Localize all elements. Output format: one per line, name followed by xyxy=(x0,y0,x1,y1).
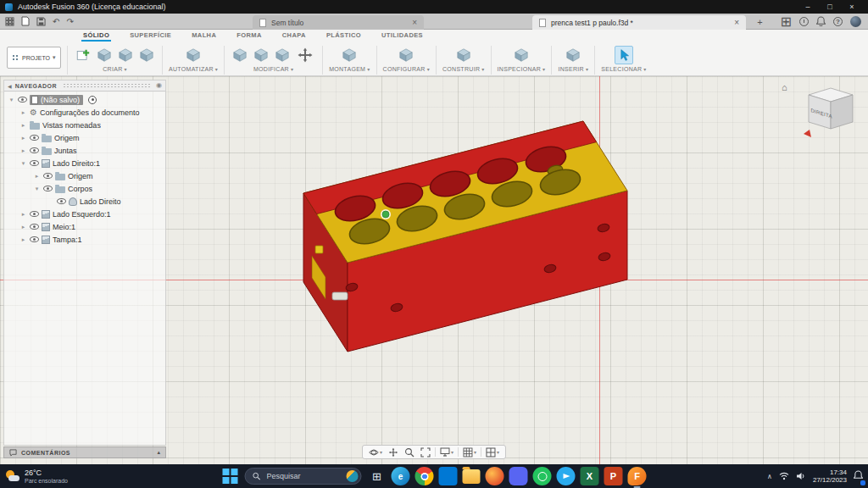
job-status-icon[interactable] xyxy=(799,17,809,26)
tree-item-named-views[interactable]: ▸ Vistas nomeadas xyxy=(4,119,165,131)
taskbar-app-discord[interactable] xyxy=(509,467,528,485)
tab-solido[interactable]: SÓLIDO xyxy=(81,31,111,42)
create-sketch-icon[interactable] xyxy=(74,46,92,64)
configure-group-label[interactable]: CONFIGURAR▾ xyxy=(383,66,430,72)
visibility-eye-icon[interactable] xyxy=(30,211,39,217)
taskbar-app-vscode[interactable] xyxy=(439,467,458,485)
volume-icon[interactable] xyxy=(796,469,806,484)
taskbar-app-telegram[interactable] xyxy=(557,467,576,485)
hidden-icons-chevron[interactable]: ∧ xyxy=(767,473,772,480)
expand-icon[interactable]: ▾ xyxy=(8,97,15,103)
insert-icon[interactable] xyxy=(564,46,582,64)
revolve-icon[interactable] xyxy=(116,46,135,64)
assemble-group-label[interactable]: MONTAGEM▾ xyxy=(329,66,370,72)
taskbar-search[interactable] xyxy=(245,468,362,485)
activate-component-radio[interactable] xyxy=(88,96,97,104)
comments-bar[interactable]: COMENTÁRIOS ▴ xyxy=(3,446,166,458)
taskbar-app-task-view[interactable]: ⊞ xyxy=(368,467,387,485)
pan-button[interactable] xyxy=(387,446,400,458)
select-icon[interactable] xyxy=(615,46,633,64)
tab-forma[interactable]: FORMA xyxy=(235,31,264,42)
profile-avatar[interactable] xyxy=(850,16,861,27)
orbit-button[interactable]: ▾ xyxy=(367,446,384,458)
expand-icon[interactable]: ▸ xyxy=(19,147,27,154)
taskbar-app-excel[interactable]: X xyxy=(581,467,599,485)
taskbar-app-firefox[interactable] xyxy=(486,467,504,485)
fillet-icon[interactable] xyxy=(252,46,270,64)
fit-button[interactable] xyxy=(419,446,432,458)
close-tab-icon[interactable]: × xyxy=(734,18,739,27)
taskbar-weather-widget[interactable]: 26°C Parc ensolarado xyxy=(0,469,127,485)
document-tab-prenca-test1[interactable]: prenca test1 p paulo.f3d * × xyxy=(532,15,746,30)
visibility-eye-icon[interactable] xyxy=(43,173,53,179)
tree-item-corpos[interactable]: ▾ Corpos xyxy=(4,182,165,195)
tree-item-body-lado-direito[interactable]: Lado Direito xyxy=(4,195,165,208)
tab-superficie[interactable]: SUPERFÍCIE xyxy=(128,31,173,42)
tree-item-lado-direito-1[interactable]: ▾ Lado Direito:1 xyxy=(4,157,165,169)
tab-chapa[interactable]: CHAPA xyxy=(281,31,308,42)
search-highlight-image[interactable] xyxy=(347,470,359,482)
visibility-eye-icon[interactable] xyxy=(30,135,39,141)
wifi-icon[interactable] xyxy=(779,469,789,484)
expand-icon[interactable]: ▸ xyxy=(19,211,27,218)
viewport-3d[interactable]: ◀ NAVEGADOR ◉ ▾ (Não salvo) ▸ ⚙ xyxy=(0,76,868,464)
taskbar-app-fusion-360[interactable]: F xyxy=(628,467,647,485)
visibility-eye-icon[interactable] xyxy=(30,224,39,230)
visibility-eye-icon[interactable] xyxy=(30,147,39,153)
tab-plastico[interactable]: PLÁSTICO xyxy=(325,31,363,42)
tree-item-meio-1[interactable]: ▸ Meio:1 xyxy=(4,220,165,233)
notifications-bell-icon[interactable] xyxy=(816,14,826,30)
taskbar-app-whatsapp[interactable] xyxy=(533,467,552,485)
expand-comments-icon[interactable]: ▴ xyxy=(157,449,160,456)
tree-item-document-settings[interactable]: ▸ ⚙ Configurações do documento xyxy=(4,106,165,119)
extensions-grid-icon[interactable]: ⊞ xyxy=(781,14,792,30)
visibility-eye-icon[interactable] xyxy=(18,97,27,103)
expand-icon[interactable]: ▸ xyxy=(19,122,27,129)
tree-item-origin-child[interactable]: ▸ Origem xyxy=(4,169,165,182)
help-icon[interactable]: ? xyxy=(833,17,843,26)
viewcube[interactable]: ⌂ DIREITA xyxy=(782,81,860,144)
expand-icon[interactable]: ▸ xyxy=(19,224,27,230)
create-group-label[interactable]: CRIAR▾ xyxy=(103,66,127,72)
collapse-panel-icon[interactable]: ◀ xyxy=(8,83,12,89)
zoom-button[interactable] xyxy=(403,446,416,458)
automate-icon[interactable] xyxy=(184,46,203,64)
save-button[interactable] xyxy=(36,14,46,30)
panel-target-icon[interactable]: ◉ xyxy=(156,82,162,89)
close-button[interactable]: × xyxy=(841,0,863,14)
undo-button[interactable]: ↶ xyxy=(53,18,59,26)
sweep-icon[interactable] xyxy=(137,46,156,64)
taskbar-app-powerpoint[interactable]: P xyxy=(604,467,623,485)
tree-item-document[interactable]: ▾ (Não salvo) xyxy=(4,93,165,106)
expand-icon[interactable]: ▸ xyxy=(19,109,27,116)
tab-malha[interactable]: MALHA xyxy=(190,31,218,42)
construct-plane-icon[interactable] xyxy=(454,46,473,64)
tree-item-origin[interactable]: ▸ Origem xyxy=(4,131,165,144)
project-dropdown[interactable]: PROJETO ▾ xyxy=(7,47,61,69)
visibility-eye-icon[interactable] xyxy=(57,198,66,204)
maximize-button[interactable]: □ xyxy=(819,0,841,14)
expand-icon[interactable]: ▾ xyxy=(33,186,41,192)
press-pull-icon[interactable] xyxy=(231,46,249,64)
notification-center-icon[interactable] xyxy=(854,469,863,484)
inspect-group-label[interactable]: INSPECIONAR▾ xyxy=(498,66,546,72)
automate-group-label[interactable]: AUTOMATIZAR▾ xyxy=(169,66,218,72)
navigator-header[interactable]: ◀ NAVEGADOR ◉ xyxy=(4,80,165,92)
visibility-eye-icon[interactable] xyxy=(30,236,39,242)
insert-group-label[interactable]: INSERIR▾ xyxy=(558,66,588,72)
viewcube-cube[interactable]: DIREITA xyxy=(802,85,860,141)
minimize-button[interactable]: – xyxy=(797,0,819,14)
visibility-eye-icon[interactable] xyxy=(30,160,39,166)
home-view-icon[interactable]: ⌂ xyxy=(782,83,787,92)
viewports-button[interactable]: ▾ xyxy=(484,446,501,458)
new-tab-button[interactable]: + xyxy=(754,16,765,27)
grid-settings-button[interactable]: ▾ xyxy=(461,446,478,458)
search-input[interactable] xyxy=(265,471,342,481)
expand-icon[interactable]: ▾ xyxy=(19,160,27,167)
move-copy-icon[interactable] xyxy=(294,45,316,65)
panel-drag-handle[interactable] xyxy=(63,83,150,88)
extrude-icon[interactable] xyxy=(95,46,114,64)
data-panel-toggle-icon[interactable] xyxy=(5,14,14,30)
tree-item-tampa-1[interactable]: ▸ Tampa:1 xyxy=(4,233,165,246)
display-settings-button[interactable]: ▾ xyxy=(438,446,455,458)
